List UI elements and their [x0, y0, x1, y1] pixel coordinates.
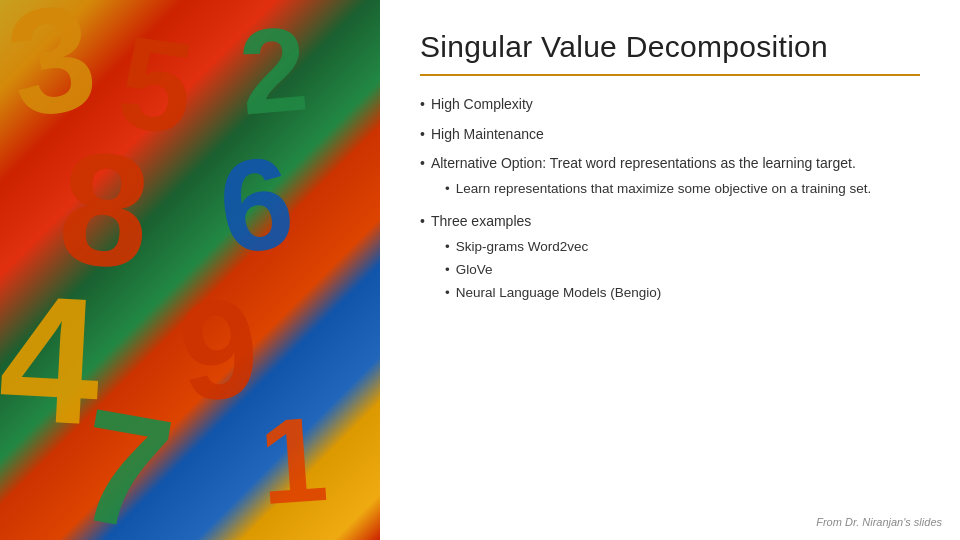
sub-bullet-4-3: Neural Language Models (Bengio): [445, 283, 661, 304]
bullet-3: Alternative Option: Treat word represent…: [420, 153, 920, 203]
footer-attribution: From Dr. Niranjan's slides: [816, 516, 942, 528]
sub-bullet-3-1: Learn representations that maximize some…: [445, 179, 871, 200]
bullet-list: High Complexity High Maintenance Alterna…: [420, 94, 920, 313]
letter-shape: 6: [211, 136, 301, 275]
letter-shape: 9: [173, 276, 265, 423]
letter-shape: 2: [235, 7, 312, 132]
title-divider: [420, 74, 920, 76]
bullet-2: High Maintenance: [420, 124, 920, 146]
slide-title: Singular Value Decomposition: [420, 30, 920, 64]
bullet-4: Three examples Skip-grams Word2vec GloVe…: [420, 211, 920, 305]
sub-bullet-4-1: Skip-grams Word2vec: [445, 237, 661, 258]
sub-list-4: Skip-grams Word2vec GloVe Neural Languag…: [445, 237, 661, 304]
sub-bullet-4-2: GloVe: [445, 260, 661, 281]
bullet-1: High Complexity: [420, 94, 920, 116]
right-content-panel: Singular Value Decomposition High Comple…: [380, 0, 960, 540]
left-image-panel: 352864971: [0, 0, 380, 540]
letter-shape: 1: [256, 398, 331, 522]
sub-list-3: Learn representations that maximize some…: [445, 179, 871, 200]
